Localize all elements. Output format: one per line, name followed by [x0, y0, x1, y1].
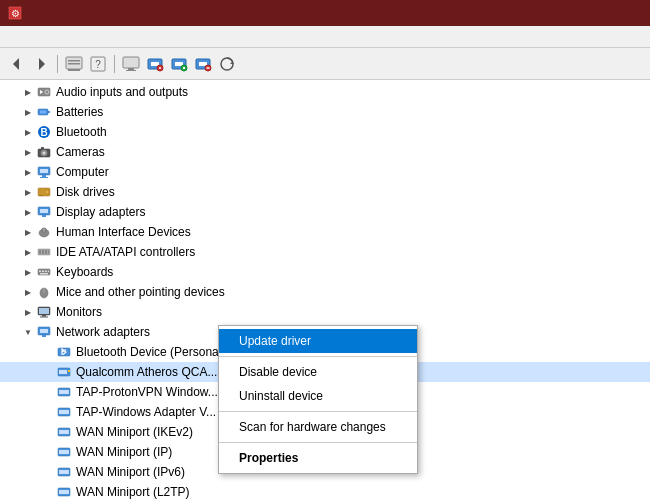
toolbar-separator-1 [57, 55, 58, 73]
expand-icon-disk-drives[interactable]: ▶ [20, 184, 36, 200]
refresh-button[interactable] [216, 53, 238, 75]
svg-rect-75 [58, 348, 70, 356]
device-label-cameras: Cameras [56, 145, 105, 159]
menu-view[interactable] [38, 35, 50, 39]
device-label-display-adapters: Display adapters [56, 205, 145, 219]
tree-item-audio[interactable]: ▶Audio inputs and outputs [0, 82, 650, 102]
device-label-wan-ipv6: WAN Miniport (IPv6) [76, 465, 185, 479]
expand-icon-qualcomm[interactable] [40, 364, 56, 380]
svg-rect-83 [59, 410, 69, 414]
svg-rect-45 [40, 177, 48, 178]
tree-item-computer[interactable]: ▶Computer [0, 162, 650, 182]
svg-rect-65 [40, 273, 48, 275]
app-icon: ⚙ [8, 6, 22, 20]
expand-icon-bluetooth[interactable]: ▶ [20, 124, 36, 140]
expand-icon-audio[interactable]: ▶ [20, 84, 36, 100]
tree-item-monitors[interactable]: ▶Monitors [0, 302, 650, 322]
svg-rect-58 [45, 250, 47, 254]
expand-icon-monitors[interactable]: ▶ [20, 304, 36, 320]
svg-rect-56 [39, 250, 41, 254]
device-label-monitors: Monitors [56, 305, 102, 319]
svg-point-47 [45, 190, 49, 194]
svg-point-40 [43, 152, 46, 155]
expand-icon-wan-ikev2[interactable] [40, 424, 56, 440]
tree-item-wan-l2tp[interactable]: WAN Miniport (L2TP) [0, 482, 650, 500]
device-icon-audio [36, 84, 52, 100]
tree-item-bluetooth[interactable]: ▶BBluetooth [0, 122, 650, 142]
svg-rect-59 [48, 250, 49, 254]
svg-rect-63 [45, 271, 47, 273]
tree-item-ide[interactable]: ▶IDE ATA/ATAPI controllers [0, 242, 650, 262]
context-menu-item-uninstall-device[interactable]: Uninstall device [219, 384, 417, 408]
expand-icon-mice[interactable]: ▶ [20, 284, 36, 300]
forward-button[interactable] [30, 53, 52, 75]
svg-text:B: B [40, 127, 47, 138]
context-menu-item-update-driver[interactable]: Update driver [219, 329, 417, 353]
context-menu: Update driverDisable deviceUninstall dev… [218, 325, 418, 474]
properties-button[interactable] [63, 53, 85, 75]
svg-rect-6 [73, 69, 80, 71]
add-driver-button[interactable] [168, 53, 190, 75]
device-icon-ide [36, 244, 52, 260]
menu-help[interactable] [54, 35, 66, 39]
tree-item-display-adapters[interactable]: ▶Display adapters [0, 202, 650, 222]
tree-item-keyboards[interactable]: ▶Keyboards [0, 262, 650, 282]
device-icon-disk-drives [36, 184, 52, 200]
menu-file[interactable] [6, 35, 18, 39]
expand-icon-tap-protonvpn[interactable] [40, 384, 56, 400]
device-icon-computer [36, 164, 52, 180]
tree-item-hid[interactable]: ▶Human Interface Devices [0, 222, 650, 242]
svg-rect-69 [39, 308, 49, 314]
tree-item-disk-drives[interactable]: ▶Disk drives [0, 182, 650, 202]
device-label-wan-ikev2: WAN Miniport (IKEv2) [76, 425, 193, 439]
svg-marker-2 [13, 58, 19, 70]
tree-item-mice[interactable]: ▶Mice and other pointing devices [0, 282, 650, 302]
update-driver-toolbar-button[interactable]: ? [87, 53, 109, 75]
svg-rect-48 [39, 195, 43, 196]
svg-rect-62 [42, 271, 44, 273]
scan-button[interactable] [144, 53, 166, 75]
device-icon-bluetooth: B [36, 124, 52, 140]
device-label-mice: Mice and other pointing devices [56, 285, 225, 299]
expand-icon-cameras[interactable]: ▶ [20, 144, 36, 160]
expand-icon-wan-l2tp[interactable] [40, 484, 56, 500]
device-label-computer: Computer [56, 165, 109, 179]
menu-action[interactable] [22, 35, 34, 39]
expand-icon-ide[interactable]: ▶ [20, 244, 36, 260]
context-menu-separator-1 [219, 356, 417, 357]
context-menu-item-scan-for-hardware-changes[interactable]: Scan for hardware changes [219, 415, 417, 439]
svg-rect-78 [59, 370, 67, 374]
device-label-disk-drives: Disk drives [56, 185, 115, 199]
expand-icon-wan-ipv6[interactable] [40, 464, 56, 480]
expand-icon-batteries[interactable]: ▶ [20, 104, 36, 120]
expand-icon-hid[interactable]: ▶ [20, 224, 36, 240]
expand-icon-computer[interactable]: ▶ [20, 164, 36, 180]
expand-icon-tap-windows[interactable] [40, 404, 56, 420]
device-icon-wan-ip [56, 444, 72, 460]
svg-rect-50 [40, 209, 48, 213]
svg-rect-89 [59, 470, 69, 474]
expand-icon-bt-personal-area[interactable] [40, 344, 56, 360]
tree-item-batteries[interactable]: ▶Batteries [0, 102, 650, 122]
context-menu-item-disable-device[interactable]: Disable device [219, 360, 417, 384]
expand-icon-network-adapters[interactable]: ▼ [20, 324, 36, 340]
device-icon-network-adapters [36, 324, 52, 340]
svg-rect-57 [42, 250, 44, 254]
svg-rect-34 [48, 111, 50, 113]
device-label-tap-windows: TAP-Windows Adapter V... [76, 405, 216, 419]
svg-text:?: ? [95, 59, 101, 70]
expand-icon-keyboards[interactable]: ▶ [20, 264, 36, 280]
remove-button[interactable] [192, 53, 214, 75]
tree-item-cameras[interactable]: ▶Cameras [0, 142, 650, 162]
svg-rect-70 [42, 315, 46, 317]
device-icon-wan-ipv6 [56, 464, 72, 480]
display-devices-button[interactable] [120, 53, 142, 75]
device-label-audio: Audio inputs and outputs [56, 85, 188, 99]
expand-icon-wan-ip[interactable] [40, 444, 56, 460]
device-label-network-adapters: Network adapters [56, 325, 150, 339]
context-menu-item-properties[interactable]: Properties [219, 446, 417, 470]
toolbar: ? [0, 48, 650, 80]
expand-icon-display-adapters[interactable]: ▶ [20, 204, 36, 220]
back-button[interactable] [6, 53, 28, 75]
svg-rect-7 [68, 60, 80, 62]
